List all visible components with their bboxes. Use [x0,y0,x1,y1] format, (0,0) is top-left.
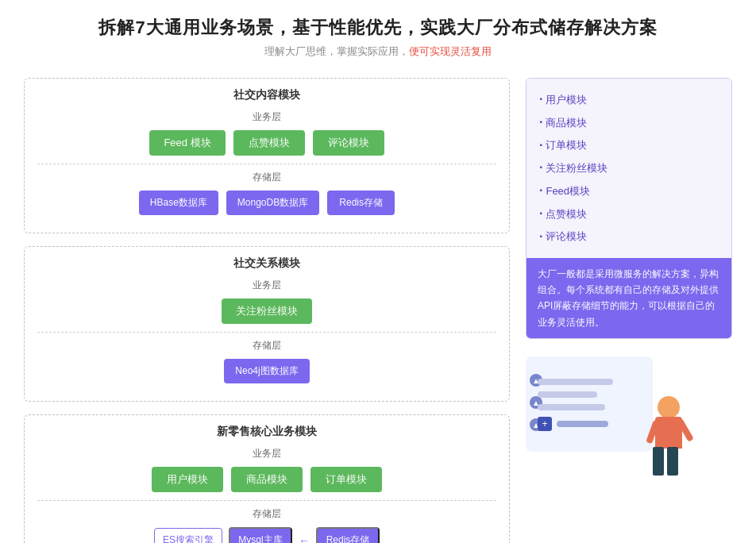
list-item-follow: 关注粉丝模块 [539,156,719,179]
social-content-block: 社交内容模块 业务层 Feed 模块 点赞模块 评论模块 存储层 HBase数据… [24,78,510,233]
list-item-user: 用户模块 [539,88,719,111]
line-1 [538,379,613,385]
line-3 [538,404,605,410]
order-module-btn[interactable]: 订单模块 [310,467,382,492]
social-relation-biz-buttons: 关注粉丝模块 [37,298,496,324]
social-relation-title: 社交关系模块 [37,256,496,271]
person-leg-left [653,447,664,476]
user-module-btn[interactable]: 用户模块 [152,467,223,492]
feed-module-btn[interactable]: Feed 模块 [149,130,225,156]
social-content-biz-buttons: Feed 模块 点赞模块 评论模块 [37,130,496,156]
list-item-comment: 评论模块 [539,225,719,248]
divider-2 [37,332,496,333]
follow-module-btn[interactable]: 关注粉丝模块 [222,298,312,324]
social-content-storage-layer: 存储层 [37,171,496,184]
list-item-order: 订单模块 [539,134,719,157]
arrow-left-1: ← [299,534,310,544]
redis-btn-1[interactable]: Redis存储 [327,191,395,215]
person-legs [653,447,678,476]
social-relation-biz-layer: 业务层 [37,279,496,292]
social-relation-block: 社交关系模块 业务层 关注粉丝模块 存储层 Neo4j图数据库 [24,246,510,402]
list-item-feed: Feed模块 [539,179,719,202]
sub-title-normal: 理解大厂思维，掌握实际应用， [264,45,409,57]
comment-module-btn[interactable]: 评论模块 [313,130,384,156]
sub-title-red: 便可实现灵活复用 [409,45,492,57]
content-row: 社交内容模块 业务层 Feed 模块 点赞模块 评论模块 存储层 HBase数据… [24,78,732,543]
add-icon: + [538,417,552,431]
new-retail-title: 新零售核心业务模块 [37,425,496,439]
list-item-like: 点赞模块 [539,202,719,225]
sub-title: 理解大厂思维，掌握实际应用，便可实现灵活复用 [24,44,732,59]
info-card: 用户模块 商品模块 订单模块 关注粉丝模块 Feed模块 点赞模块 评论模块 大… [526,78,732,339]
product-module-btn[interactable]: 商品模块 [231,467,303,492]
list-item-product: 商品模块 [539,111,719,134]
neo4j-btn[interactable]: Neo4j图数据库 [224,359,309,383]
mysql-main-btn[interactable]: Mysql主库 [229,527,292,543]
illus-bg: ▲ ▲ ▲ + [526,356,653,452]
like-module-btn[interactable]: 点赞模块 [233,130,305,156]
info-card-desc: 大厂一般都是采用微服务的解决方案，异构组合。每个系统都有自己的存储及对外提供AP… [526,258,731,339]
social-content-biz-layer: 业务层 [37,110,496,124]
page-container: 拆解7大通用业务场景，基于性能优先，实践大厂分布式储存解决方案 理解大厂思维，掌… [0,0,756,543]
new-retail-block: 新零售核心业务模块 业务层 用户模块 商品模块 订单模块 存储层 ES搜索引擎 [24,414,510,543]
person-leg-right [667,447,678,476]
new-retail-biz-layer: 业务层 [37,447,496,460]
illus-lines: + [538,379,613,431]
add-row: + [538,417,613,431]
storage-complex: ES搜索引擎 Mysql主库 ← Redis存储 准实时索引构建 [37,527,496,543]
social-relation-storage-layer: 存储层 [37,339,496,352]
module-list: 用户模块 商品模块 订单模块 关注粉丝模块 Feed模块 点赞模块 评论模块 [539,88,719,248]
redis-storage-btn[interactable]: Redis存储 [316,527,380,543]
storage-top-row: ES搜索引擎 Mysql主库 ← Redis存储 [37,527,496,543]
es-search-btn[interactable]: ES搜索引擎 [154,528,222,543]
mongodb-btn[interactable]: MongoDB数据库 [226,191,319,215]
left-column: 社交内容模块 业务层 Feed 模块 点赞模块 评论模块 存储层 HBase数据… [24,78,510,543]
hbase-btn[interactable]: HBase数据库 [139,191,218,215]
line-2 [538,391,597,398]
person-head [658,396,680,418]
info-card-list: 用户模块 商品模块 订单模块 关注粉丝模块 Feed模块 点赞模块 评论模块 [526,79,731,258]
social-content-storage-buttons: HBase数据库 MongoDB数据库 Redis存储 [37,191,496,215]
new-retail-storage-layer: 存储层 [37,507,496,521]
person-figure [645,396,692,476]
divider-1 [37,164,496,164]
social-content-title: 社交内容模块 [37,88,496,102]
illustration: ▲ ▲ ▲ + [526,349,700,476]
main-title: 拆解7大通用业务场景，基于性能优先，实践大厂分布式储存解决方案 [24,16,732,40]
divider-3 [37,500,496,501]
new-retail-biz-buttons: 用户模块 商品模块 订单模块 [37,467,496,492]
right-column: 用户模块 商品模块 订单模块 关注粉丝模块 Feed模块 点赞模块 评论模块 大… [526,78,732,476]
line-4 [557,421,608,427]
social-relation-storage-buttons: Neo4j图数据库 [37,359,496,383]
